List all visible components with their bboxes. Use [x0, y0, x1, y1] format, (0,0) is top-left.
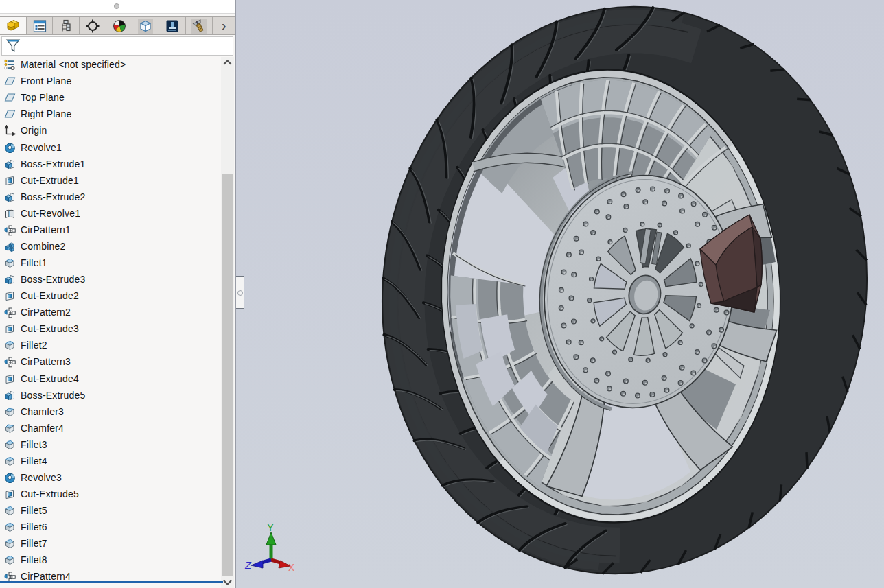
svg-text:Z: Z	[244, 561, 252, 572]
svg-text:Y: Y	[267, 523, 273, 534]
svg-text:X: X	[288, 563, 294, 574]
